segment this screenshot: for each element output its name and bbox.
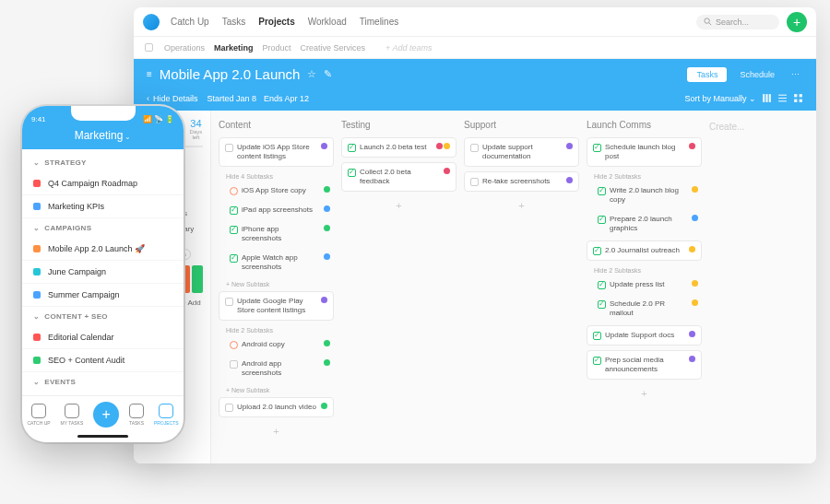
- assignee-avatar[interactable]: [324, 253, 330, 260]
- subtask-toggle[interactable]: Hide 4 Subtasks: [219, 171, 334, 183]
- mobile-project-item[interactable]: Editorial Calendar: [22, 326, 184, 349]
- checkbox-icon[interactable]: [598, 187, 606, 195]
- checkbox-icon[interactable]: [593, 357, 601, 365]
- subtask-toggle[interactable]: Hide 2 Subtasks: [587, 265, 702, 277]
- task-card[interactable]: Upload 2.0 launch video: [219, 397, 334, 417]
- assignee-avatar[interactable]: [444, 168, 450, 174]
- assignee-avatar[interactable]: [321, 143, 327, 149]
- mobile-tab-tasks[interactable]: TASKS: [129, 404, 144, 426]
- checkbox-icon[interactable]: [225, 144, 233, 152]
- task-card[interactable]: Prepare 2.0 launch graphics: [587, 212, 702, 236]
- view-kanban-icon[interactable]: [762, 93, 772, 103]
- assignee-avatar[interactable]: [321, 297, 327, 303]
- checkbox-icon[interactable]: [593, 332, 601, 340]
- checkbox-icon[interactable]: [593, 144, 601, 152]
- task-card[interactable]: Schedule launch blog post: [587, 137, 702, 167]
- checkbox-icon[interactable]: [230, 226, 238, 234]
- mobile-project-item[interactable]: SEO + Content Audit: [22, 349, 184, 372]
- subtask-toggle[interactable]: Hide 2 Subtasks: [587, 171, 702, 183]
- more-icon[interactable]: ⋯: [788, 70, 803, 79]
- checkbox-icon[interactable]: [598, 300, 606, 309]
- assignee-avatar[interactable]: [324, 225, 330, 231]
- assignee-avatar[interactable]: [689, 246, 695, 252]
- nav-workload[interactable]: Workload: [308, 17, 347, 27]
- task-card[interactable]: 2.0 Journalist outreach: [587, 240, 702, 261]
- mobile-project-item[interactable]: Summer Campaign: [22, 284, 184, 307]
- sort-button[interactable]: Sort by Manually ⌄: [684, 94, 756, 103]
- checkbox-icon[interactable]: [470, 178, 479, 186]
- mobile-section-header[interactable]: ⌄EVENTS: [22, 372, 184, 392]
- mobile-project-item[interactable]: Mobile App 2.0 Launch 🚀: [22, 238, 184, 261]
- new-subtask-button[interactable]: + New Subtask: [219, 279, 334, 291]
- checkbox-icon[interactable]: [225, 404, 233, 412]
- checkbox-icon[interactable]: [230, 360, 238, 369]
- view-list-icon[interactable]: [777, 93, 788, 103]
- assignee-avatar[interactable]: [689, 331, 695, 337]
- column-title[interactable]: Launch Comms: [587, 120, 702, 130]
- mobile-section-header[interactable]: ⌄CAMPAIGNS: [22, 218, 184, 238]
- checkbox-icon[interactable]: [230, 187, 238, 195]
- create-column-button[interactable]: Create...: [709, 120, 744, 454]
- checkbox-icon[interactable]: [593, 247, 601, 255]
- add-button[interactable]: +: [787, 12, 807, 32]
- menu-icon[interactable]: ≡: [147, 69, 152, 79]
- search-input[interactable]: Search...: [696, 15, 779, 29]
- add-team-button[interactable]: + Add teams: [385, 43, 432, 53]
- checkbox-icon[interactable]: [225, 298, 233, 306]
- crumb-operations[interactable]: Operations: [164, 43, 205, 53]
- assignee-avatar[interactable]: [324, 359, 330, 366]
- checkbox-icon[interactable]: [470, 144, 479, 152]
- task-card[interactable]: Android app screenshots: [219, 357, 334, 381]
- mobile-section-header[interactable]: ⌄CONTENT + SEO: [22, 307, 184, 326]
- task-card[interactable]: Update support documentation: [464, 137, 579, 167]
- mobile-tab-my-tasks[interactable]: MY TASKS: [61, 404, 84, 426]
- view-grid-icon[interactable]: [793, 93, 803, 103]
- assignee-avatar[interactable]: [324, 186, 330, 193]
- assignee-avatar[interactable]: [324, 205, 330, 212]
- assignee-avatar[interactable]: [321, 403, 327, 409]
- task-card[interactable]: Update press list: [587, 277, 702, 292]
- task-card[interactable]: Apple Watch app screenshots: [219, 251, 334, 275]
- task-card[interactable]: Launch 2.0 beta test: [341, 137, 456, 158]
- nav-tasks[interactable]: Tasks: [222, 17, 246, 27]
- assignee-avatar[interactable]: [689, 356, 695, 362]
- mobile-project-list[interactable]: ⌄STRATEGYQ4 Campaign RoadmapMarketing KP…: [22, 149, 184, 395]
- add-card-button[interactable]: +: [219, 422, 334, 440]
- add-card-button[interactable]: +: [464, 196, 579, 215]
- task-card[interactable]: iPhone app screenshots: [219, 222, 334, 246]
- chevron-left-icon[interactable]: ‹: [147, 94, 149, 103]
- mobile-project-item[interactable]: June Campaign: [22, 261, 184, 284]
- mobile-tab-projects[interactable]: PROJECTS: [154, 404, 179, 426]
- task-card[interactable]: Prep social media announcements: [587, 350, 702, 380]
- task-card[interactable]: Update Support docs: [587, 325, 702, 346]
- mobile-project-item[interactable]: Q4 Campaign Roadmap: [22, 172, 184, 195]
- task-card[interactable]: iOS App Store copy: [219, 183, 334, 198]
- checkbox-icon[interactable]: [230, 254, 238, 263]
- checkbox-icon[interactable]: [230, 206, 238, 215]
- nav-catch-up[interactable]: Catch Up: [171, 17, 209, 27]
- task-card[interactable]: Update iOS App Store content listings: [219, 137, 334, 167]
- column-title[interactable]: Content: [219, 120, 334, 130]
- hide-details-button[interactable]: Hide Details: [153, 94, 198, 103]
- assignee-avatar[interactable]: [566, 143, 573, 149]
- checkbox-icon[interactable]: [348, 169, 356, 177]
- checkbox-icon[interactable]: [598, 216, 606, 224]
- assignee-avatar[interactable]: [692, 215, 698, 221]
- assignee-avatar[interactable]: [692, 186, 698, 193]
- app-logo[interactable]: [143, 14, 160, 30]
- assignee-avatar[interactable]: [689, 143, 695, 149]
- add-card-button[interactable]: +: [587, 384, 702, 403]
- task-card[interactable]: iPad app screenshots: [219, 203, 334, 217]
- assignee-avatar[interactable]: [692, 299, 698, 306]
- assignee-avatar[interactable]: [324, 340, 330, 346]
- subtask-toggle[interactable]: Hide 2 Subtasks: [219, 325, 334, 337]
- checkbox-icon[interactable]: [230, 341, 238, 349]
- task-card[interactable]: Android copy: [219, 337, 334, 352]
- tasks-view-button[interactable]: Tasks: [687, 67, 727, 82]
- task-card[interactable]: Schedule 2.0 PR mailout: [587, 297, 702, 321]
- edit-icon[interactable]: ✎: [324, 68, 332, 80]
- mobile-section-header[interactable]: ⌄STRATEGY: [22, 153, 184, 172]
- new-subtask-button[interactable]: + New Subtask: [219, 385, 334, 397]
- task-card[interactable]: Re-take screenshots: [464, 171, 579, 192]
- task-card[interactable]: Collect 2.0 beta feedback: [341, 162, 456, 192]
